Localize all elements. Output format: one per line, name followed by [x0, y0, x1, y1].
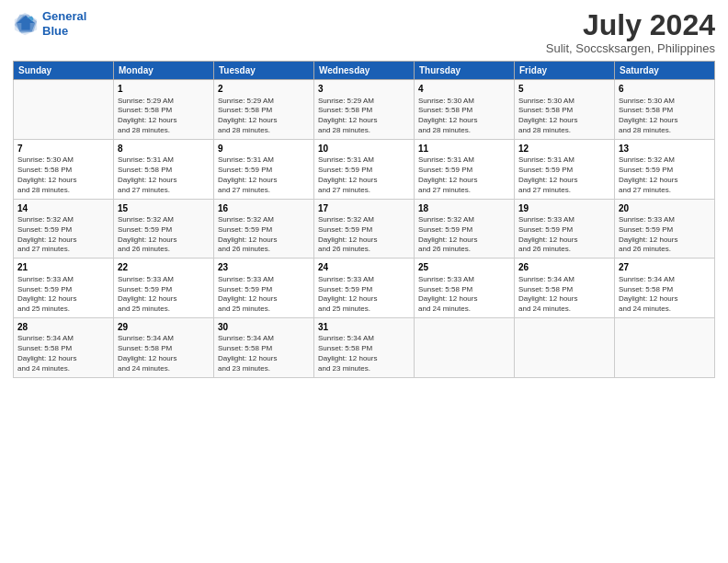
- week-row-5: 28Sunrise: 5:34 AM Sunset: 5:58 PM Dayli…: [14, 317, 715, 377]
- day-number: 9: [218, 143, 310, 155]
- day-info: Sunrise: 5:32 AM Sunset: 5:59 PM Dayligh…: [619, 155, 711, 195]
- day-number: 3: [318, 83, 410, 96]
- day-number: 30: [218, 321, 310, 334]
- day-number: 21: [17, 261, 109, 274]
- calendar-cell: 22Sunrise: 5:33 AM Sunset: 5:59 PM Dayli…: [114, 259, 214, 318]
- calendar-cell: 13Sunrise: 5:32 AM Sunset: 5:59 PM Dayli…: [615, 139, 715, 199]
- day-info: Sunrise: 5:32 AM Sunset: 5:59 PM Dayligh…: [318, 215, 410, 255]
- day-number: 2: [218, 83, 310, 96]
- calendar-cell: 18Sunrise: 5:32 AM Sunset: 5:59 PM Dayli…: [415, 199, 515, 259]
- calendar-cell: 23Sunrise: 5:33 AM Sunset: 5:59 PM Dayli…: [214, 259, 314, 318]
- calendar-cell: 29Sunrise: 5:34 AM Sunset: 5:58 PM Dayli…: [114, 317, 214, 377]
- calendar-cell: 30Sunrise: 5:34 AM Sunset: 5:58 PM Dayli…: [214, 317, 314, 377]
- calendar-cell: 26Sunrise: 5:34 AM Sunset: 5:58 PM Dayli…: [515, 259, 615, 318]
- day-number: 26: [518, 261, 610, 274]
- calendar-cell: 5Sunrise: 5:30 AM Sunset: 5:58 PM Daylig…: [515, 80, 615, 140]
- calendar-cell: [415, 317, 515, 377]
- day-info: Sunrise: 5:31 AM Sunset: 5:59 PM Dayligh…: [318, 155, 410, 195]
- day-info: Sunrise: 5:33 AM Sunset: 5:59 PM Dayligh…: [218, 275, 310, 315]
- logo-text: General Blue: [42, 9, 86, 38]
- calendar-cell: 6Sunrise: 5:30 AM Sunset: 5:58 PM Daylig…: [615, 80, 715, 140]
- calendar-page: General Blue July 2024 Sulit, Soccsksarg…: [0, 0, 728, 563]
- day-info: Sunrise: 5:32 AM Sunset: 5:59 PM Dayligh…: [218, 215, 310, 255]
- calendar-cell: 15Sunrise: 5:32 AM Sunset: 5:59 PM Dayli…: [114, 199, 214, 259]
- day-number: 10: [318, 143, 410, 155]
- day-info: Sunrise: 5:29 AM Sunset: 5:58 PM Dayligh…: [118, 97, 210, 136]
- calendar-cell: 27Sunrise: 5:34 AM Sunset: 5:58 PM Dayli…: [615, 259, 715, 318]
- day-number: 20: [619, 202, 711, 215]
- calendar-cell: 31Sunrise: 5:34 AM Sunset: 5:58 PM Dayli…: [314, 317, 415, 377]
- day-info: Sunrise: 5:31 AM Sunset: 5:59 PM Dayligh…: [518, 155, 610, 195]
- week-row-3: 14Sunrise: 5:32 AM Sunset: 5:59 PM Dayli…: [14, 199, 715, 259]
- header-row: SundayMondayTuesdayWednesdayThursdayFrid…: [14, 62, 715, 80]
- calendar-cell: [515, 317, 615, 377]
- calendar-cell: 8Sunrise: 5:31 AM Sunset: 5:58 PM Daylig…: [114, 139, 214, 199]
- calendar-cell: 1Sunrise: 5:29 AM Sunset: 5:58 PM Daylig…: [114, 80, 214, 140]
- day-number: 11: [418, 143, 510, 155]
- calendar-table: SundayMondayTuesdayWednesdayThursdayFrid…: [13, 61, 715, 377]
- week-row-4: 21Sunrise: 5:33 AM Sunset: 5:59 PM Dayli…: [14, 259, 715, 318]
- day-number: 12: [518, 143, 610, 155]
- day-number: 14: [17, 202, 109, 215]
- day-number: 23: [218, 261, 310, 274]
- calendar-cell: 24Sunrise: 5:33 AM Sunset: 5:59 PM Dayli…: [314, 259, 415, 318]
- day-info: Sunrise: 5:34 AM Sunset: 5:58 PM Dayligh…: [118, 334, 210, 373]
- day-number: 8: [118, 143, 210, 155]
- day-number: 31: [318, 321, 410, 334]
- calendar-cell: 19Sunrise: 5:33 AM Sunset: 5:59 PM Dayli…: [515, 199, 615, 259]
- week-row-1: 1Sunrise: 5:29 AM Sunset: 5:58 PM Daylig…: [14, 80, 715, 140]
- calendar-cell: 16Sunrise: 5:32 AM Sunset: 5:59 PM Dayli…: [214, 199, 314, 259]
- calendar-cell: 2Sunrise: 5:29 AM Sunset: 5:58 PM Daylig…: [214, 80, 314, 140]
- day-number: 29: [118, 321, 210, 334]
- day-number: 15: [118, 202, 210, 215]
- day-info: Sunrise: 5:34 AM Sunset: 5:58 PM Dayligh…: [17, 334, 109, 373]
- day-number: 13: [619, 143, 711, 155]
- logo-line2: Blue: [42, 24, 68, 38]
- day-info: Sunrise: 5:31 AM Sunset: 5:59 PM Dayligh…: [418, 155, 510, 195]
- day-number: 4: [418, 83, 510, 96]
- calendar-cell: 28Sunrise: 5:34 AM Sunset: 5:58 PM Dayli…: [14, 317, 114, 377]
- day-number: 5: [518, 83, 610, 96]
- calendar-cell: 21Sunrise: 5:33 AM Sunset: 5:59 PM Dayli…: [14, 259, 114, 318]
- day-number: 16: [218, 202, 310, 215]
- calendar-cell: 3Sunrise: 5:29 AM Sunset: 5:58 PM Daylig…: [314, 80, 415, 140]
- calendar-cell: 17Sunrise: 5:32 AM Sunset: 5:59 PM Dayli…: [314, 199, 415, 259]
- day-info: Sunrise: 5:33 AM Sunset: 5:59 PM Dayligh…: [17, 275, 109, 315]
- day-info: Sunrise: 5:30 AM Sunset: 5:58 PM Dayligh…: [619, 97, 711, 136]
- calendar-cell: 25Sunrise: 5:33 AM Sunset: 5:58 PM Dayli…: [415, 259, 515, 318]
- col-header-tuesday: Tuesday: [214, 62, 314, 80]
- day-info: Sunrise: 5:33 AM Sunset: 5:58 PM Dayligh…: [418, 275, 510, 315]
- calendar-cell: 11Sunrise: 5:31 AM Sunset: 5:59 PM Dayli…: [415, 139, 515, 199]
- day-number: 6: [619, 83, 711, 96]
- col-header-friday: Friday: [515, 62, 615, 80]
- day-info: Sunrise: 5:31 AM Sunset: 5:58 PM Dayligh…: [118, 155, 210, 195]
- day-info: Sunrise: 5:32 AM Sunset: 5:59 PM Dayligh…: [17, 215, 109, 255]
- day-info: Sunrise: 5:34 AM Sunset: 5:58 PM Dayligh…: [518, 275, 610, 315]
- week-row-2: 7Sunrise: 5:30 AM Sunset: 5:58 PM Daylig…: [14, 139, 715, 199]
- day-info: Sunrise: 5:33 AM Sunset: 5:59 PM Dayligh…: [619, 215, 711, 255]
- day-number: 18: [418, 202, 510, 215]
- day-number: 1: [118, 83, 210, 96]
- calendar-cell: 7Sunrise: 5:30 AM Sunset: 5:58 PM Daylig…: [14, 139, 114, 199]
- day-info: Sunrise: 5:30 AM Sunset: 5:58 PM Dayligh…: [518, 97, 610, 136]
- calendar-cell: 10Sunrise: 5:31 AM Sunset: 5:59 PM Dayli…: [314, 139, 415, 199]
- logo-icon: [13, 11, 39, 37]
- calendar-cell: 4Sunrise: 5:30 AM Sunset: 5:58 PM Daylig…: [415, 80, 515, 140]
- day-number: 25: [418, 261, 510, 274]
- calendar-cell: [14, 80, 114, 140]
- calendar-cell: 12Sunrise: 5:31 AM Sunset: 5:59 PM Dayli…: [515, 139, 615, 199]
- col-header-sunday: Sunday: [14, 62, 114, 80]
- day-info: Sunrise: 5:32 AM Sunset: 5:59 PM Dayligh…: [118, 215, 210, 255]
- calendar-cell: [615, 317, 715, 377]
- day-info: Sunrise: 5:31 AM Sunset: 5:59 PM Dayligh…: [218, 155, 310, 195]
- col-header-monday: Monday: [114, 62, 214, 80]
- calendar-cell: 14Sunrise: 5:32 AM Sunset: 5:59 PM Dayli…: [14, 199, 114, 259]
- logo-line1: General: [42, 9, 86, 23]
- col-header-thursday: Thursday: [415, 62, 515, 80]
- day-info: Sunrise: 5:33 AM Sunset: 5:59 PM Dayligh…: [518, 215, 610, 255]
- day-info: Sunrise: 5:30 AM Sunset: 5:58 PM Dayligh…: [17, 155, 109, 195]
- day-info: Sunrise: 5:29 AM Sunset: 5:58 PM Dayligh…: [318, 97, 410, 136]
- col-header-saturday: Saturday: [615, 62, 715, 80]
- subtitle: Sulit, Soccsksargen, Philippines: [546, 41, 715, 55]
- calendar-cell: 9Sunrise: 5:31 AM Sunset: 5:59 PM Daylig…: [214, 139, 314, 199]
